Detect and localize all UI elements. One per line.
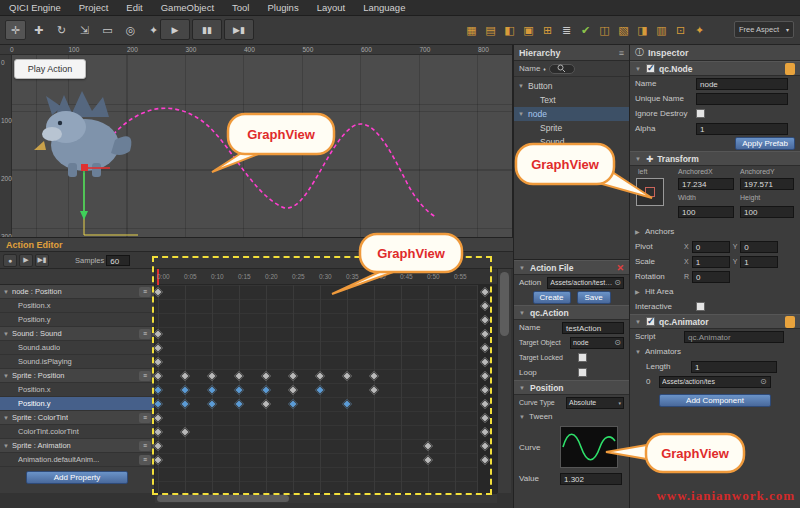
- timeline-grid[interactable]: [155, 285, 497, 493]
- keyframe-diamond[interactable]: [153, 399, 163, 409]
- object-picker-icon[interactable]: ⊙: [614, 338, 621, 347]
- grid-toggle-icon[interactable]: ▦: [462, 21, 481, 39]
- loop-checkbox[interactable]: [578, 368, 587, 377]
- mute-icon[interactable]: ✦: [690, 21, 709, 39]
- scale-y-input[interactable]: 1: [740, 256, 778, 268]
- menu-item-plugins[interactable]: Plugins: [258, 2, 307, 13]
- target-object-field[interactable]: node ⊙: [570, 337, 624, 349]
- action-property-row[interactable]: ▼Sound : Sound≡: [0, 327, 154, 341]
- width-input[interactable]: 100: [678, 206, 734, 218]
- transform-section-header[interactable]: ▼ ✚ Transform: [630, 151, 800, 166]
- keyframe-diamond[interactable]: [153, 427, 163, 437]
- menu-item-qici-engine[interactable]: QICI Engine: [0, 2, 70, 13]
- hierarchy-item-text[interactable]: Text: [514, 93, 629, 107]
- list-icon[interactable]: ≣: [557, 21, 576, 39]
- list-icon[interactable]: ≡: [619, 48, 624, 58]
- foldout-arrow-icon[interactable]: ▼: [519, 310, 526, 316]
- keyframe-diamond[interactable]: [153, 329, 163, 339]
- hierarchy-item-button[interactable]: ▼Button: [514, 79, 629, 93]
- anchoredy-input[interactable]: 197.571: [740, 178, 794, 190]
- pivot-x-input[interactable]: 0: [692, 241, 730, 253]
- ignore-destroy-checkbox[interactable]: [696, 109, 705, 118]
- action-name-input[interactable]: testAction: [562, 322, 624, 334]
- foldout-arrow-icon[interactable]: ▼: [635, 349, 642, 355]
- play-button[interactable]: ▶: [160, 19, 190, 40]
- rect-tool-icon[interactable]: ▭: [97, 20, 118, 40]
- keyframe-diamond[interactable]: [369, 371, 379, 381]
- menu-item-edit[interactable]: Edit: [117, 2, 151, 13]
- keyframe-diamond[interactable]: [153, 413, 163, 423]
- rotation-input[interactable]: 0: [692, 271, 730, 283]
- panel-icon[interactable]: ▣: [519, 21, 538, 39]
- hierarchy-item-sprite[interactable]: Sprite: [514, 121, 629, 135]
- keyframe-diamond[interactable]: [153, 385, 163, 395]
- curve-type-dropdown[interactable]: Absolute ▾: [566, 397, 624, 409]
- keyframe-diamond[interactable]: [234, 399, 244, 409]
- menu-item-language[interactable]: Language: [354, 2, 414, 13]
- anchoredx-input[interactable]: 17.234: [678, 178, 734, 190]
- action-property-row[interactable]: Position.x: [0, 383, 154, 397]
- foldout-arrow-icon[interactable]: ▼: [518, 111, 525, 117]
- action-property-row[interactable]: Position.y: [0, 313, 154, 327]
- play-action-button[interactable]: Play Action: [14, 59, 86, 79]
- hatch-icon[interactable]: ▧: [614, 21, 633, 39]
- name-input[interactable]: node: [696, 78, 788, 90]
- create-button[interactable]: Create: [533, 291, 571, 304]
- foldout-arrow-icon[interactable]: ▼: [518, 83, 525, 89]
- search-input[interactable]: [549, 64, 575, 74]
- close-icon[interactable]: ✕: [616, 263, 624, 273]
- anchor-preset-widget[interactable]: [636, 178, 664, 206]
- foldout-arrow-icon[interactable]: ▼: [519, 385, 526, 391]
- height-input[interactable]: 100: [740, 206, 794, 218]
- keyframe-diamond[interactable]: [153, 371, 163, 381]
- animators-foldout[interactable]: ▼ Animators: [630, 344, 800, 359]
- keyframe-diamond[interactable]: [180, 385, 190, 395]
- foldout-arrow-icon[interactable]: ▼: [3, 415, 10, 421]
- foldout-arrow-icon[interactable]: ▼: [635, 66, 642, 72]
- move-tool-icon[interactable]: ✚: [28, 20, 49, 40]
- record-icon[interactable]: ●: [3, 254, 17, 267]
- qc-node-section-header[interactable]: ▼ qc.Node: [630, 61, 800, 76]
- check-icon[interactable]: ✔: [576, 21, 595, 39]
- foldout-arrow-icon[interactable]: ▶: [635, 228, 642, 235]
- apply-prefab-button[interactable]: Apply Prefab: [735, 137, 795, 150]
- keyframe-diamond[interactable]: [153, 343, 163, 353]
- foldout-arrow-icon[interactable]: ▶: [635, 288, 642, 295]
- foldout-arrow-icon[interactable]: ▼: [519, 414, 526, 420]
- keyframe-diamond[interactable]: [234, 385, 244, 395]
- qc-animator-section-header[interactable]: ▼ qc.Animator: [630, 314, 800, 329]
- stripes-icon[interactable]: ▥: [652, 21, 671, 39]
- keyframe-diamond[interactable]: [315, 385, 325, 395]
- hit-area-foldout[interactable]: ▶ Hit Area: [630, 284, 800, 299]
- keyframe-diamond[interactable]: [180, 371, 190, 381]
- pause-button[interactable]: ▮▮: [192, 19, 222, 40]
- scrollbar-thumb[interactable]: [157, 495, 289, 502]
- hierarchy-item-sound[interactable]: Sound: [514, 135, 629, 149]
- add-grid-icon[interactable]: ⊞: [538, 21, 557, 39]
- add-component-button[interactable]: Add Component: [659, 394, 771, 407]
- foldout-arrow-icon[interactable]: ▼: [635, 319, 642, 325]
- save-button[interactable]: Save: [577, 291, 611, 304]
- keyframe-diamond[interactable]: [288, 371, 298, 381]
- timeline-play-icon[interactable]: ▶: [19, 254, 33, 267]
- interactive-checkbox[interactable]: [696, 302, 705, 311]
- row-menu-icon[interactable]: ≡: [139, 329, 151, 339]
- keyframe-diamond[interactable]: [153, 455, 163, 465]
- action-property-row[interactable]: ColorTint.colorTint: [0, 425, 154, 439]
- action-property-row[interactable]: ▼Sprite : Position≡: [0, 369, 154, 383]
- row-menu-icon[interactable]: ≡: [139, 287, 151, 297]
- keyframe-diamond[interactable]: [288, 385, 298, 395]
- layout-rows-icon[interactable]: ▤: [481, 21, 500, 39]
- menu-item-layout[interactable]: Layout: [308, 2, 355, 13]
- object-picker-icon[interactable]: ⊙: [760, 377, 767, 386]
- row-menu-icon[interactable]: ≡: [139, 441, 151, 451]
- action-property-row[interactable]: ▼Sprite : ColorTint≡: [0, 411, 154, 425]
- rotate-tool-icon[interactable]: ↻: [51, 20, 72, 40]
- column-icon[interactable]: ◫: [595, 21, 614, 39]
- keyframe-diamond[interactable]: [261, 371, 271, 381]
- anchors-foldout[interactable]: ▶ Anchors: [630, 224, 800, 239]
- animator-asset-field[interactable]: Assets/action/tes ⊙: [659, 376, 771, 388]
- keyframe-diamond[interactable]: [207, 385, 217, 395]
- qc-node-enabled-checkbox[interactable]: [646, 64, 655, 73]
- menu-item-gameobject[interactable]: GameObject: [152, 2, 223, 13]
